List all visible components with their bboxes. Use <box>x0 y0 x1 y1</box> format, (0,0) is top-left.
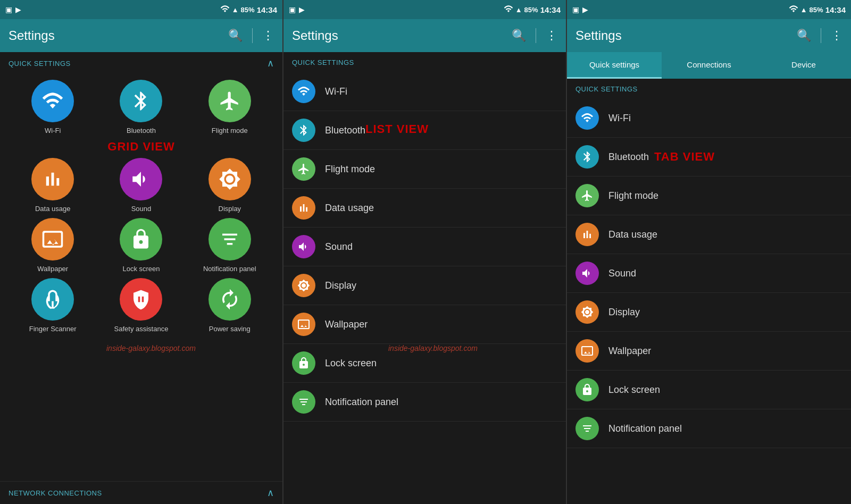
grid-item-display[interactable]: Display <box>198 158 262 213</box>
tab-wifi-text: Wi-Fi <box>608 113 631 124</box>
grid-item-lock[interactable]: Lock screen <box>109 218 173 273</box>
signal-icon-2: ▲ <box>515 6 522 14</box>
battery-text: 85% <box>241 6 255 14</box>
display-icon-circle <box>208 158 251 200</box>
tab-quick-settings[interactable]: Quick settings <box>567 52 662 79</box>
list-display-icon <box>292 274 315 297</box>
divider-3 <box>821 28 821 43</box>
status-icons-right-3: ▲ 85% 14:34 <box>789 5 846 14</box>
list-item-notification[interactable]: Notification panel <box>283 383 566 422</box>
status-icons-right: ▲ 85% 14:34 <box>220 5 277 14</box>
quick-settings-header-1: QUICK SETTINGS ∧ <box>0 52 282 74</box>
tab-connections[interactable]: Connections <box>662 52 756 79</box>
tab-connections-label: Connections <box>687 60 731 69</box>
list-item-flight[interactable]: Flight mode <box>283 150 566 189</box>
tab-wifi-icon <box>575 106 599 130</box>
tab-data-icon <box>575 223 599 246</box>
list-item-lock[interactable]: Lock screen <box>283 344 566 383</box>
list-view-label: LIST VIEW <box>365 122 429 136</box>
list-wallpaper-text: Wallpaper <box>325 319 368 330</box>
grid-item-wifi[interactable]: Wi-Fi <box>21 80 85 135</box>
tab-item-notification[interactable]: Notification panel <box>567 409 851 448</box>
list-lock-text: Lock screen <box>325 358 377 369</box>
more-icon-3[interactable]: ⋮ <box>831 29 842 43</box>
power-label: Power saving <box>209 325 251 333</box>
list-bluetooth-text: Bluetooth <box>325 125 365 136</box>
grid-row-3: Wallpaper Lock screen Notification panel <box>9 218 274 273</box>
list-item-data[interactable]: Data usage <box>283 189 566 228</box>
list-data-text: Data usage <box>325 203 374 214</box>
app-title-3: Settings <box>575 28 622 43</box>
list-item-display[interactable]: Display <box>283 266 566 305</box>
app-actions-3: 🔍 ⋮ <box>797 28 842 43</box>
divider-2 <box>536 28 536 43</box>
grid-item-finger[interactable]: Finger Scanner <box>21 278 85 333</box>
tab-item-sound[interactable]: Sound <box>567 254 851 293</box>
expand-icon-1[interactable]: ∧ <box>267 487 274 499</box>
grid-item-data[interactable]: Data usage <box>21 158 85 213</box>
divider-1 <box>252 28 253 43</box>
notification-label: Notification panel <box>203 265 256 273</box>
tab-item-wifi[interactable]: Wi-Fi <box>567 99 851 138</box>
quick-settings-label-2: QUICK SETTINGS <box>292 58 354 66</box>
bluetooth-label: Bluetooth <box>127 127 156 135</box>
list-flight-text: Flight mode <box>325 164 375 175</box>
tab-item-bluetooth[interactable]: Bluetooth TAB VIEW <box>567 138 851 177</box>
app-bar-1: Settings 🔍 ⋮ <box>0 19 282 52</box>
collapse-icon-1[interactable]: ∧ <box>267 57 274 69</box>
grid-item-wallpaper[interactable]: Wallpaper <box>21 218 85 273</box>
list-item-wifi[interactable]: Wi-Fi <box>283 72 566 111</box>
flight-label: Flight mode <box>212 127 248 135</box>
list-lock-icon <box>292 351 315 375</box>
grid-item-power[interactable]: Power saving <box>198 278 262 333</box>
list-notification-icon <box>292 390 315 414</box>
tab-item-lock[interactable]: Lock screen <box>567 371 851 409</box>
list-item-bluetooth[interactable]: Bluetooth LIST VIEW <box>283 111 566 150</box>
tab-quick-settings-label: Quick settings <box>589 60 639 69</box>
grid-item-flight[interactable]: Flight mode <box>198 80 262 135</box>
list-item-wallpaper[interactable]: Wallpaper <box>283 305 566 344</box>
quick-settings-label-3: QUICK SETTINGS <box>575 85 638 93</box>
notification-icon-circle <box>208 218 251 261</box>
play-icon: ▶ <box>15 5 21 14</box>
list-wifi-icon <box>292 80 315 103</box>
search-icon-3[interactable]: 🔍 <box>797 29 811 43</box>
grid-item-notification[interactable]: Notification panel <box>198 218 262 273</box>
play-icon-2: ▶ <box>299 5 305 14</box>
more-icon-1[interactable]: ⋮ <box>262 29 274 43</box>
search-icon-1[interactable]: 🔍 <box>228 29 243 43</box>
tab-item-display[interactable]: Display <box>567 293 851 332</box>
app-bar-2: Settings 🔍 ⋮ <box>283 19 566 52</box>
display-label: Display <box>219 205 241 213</box>
finger-label: Finger Scanner <box>29 325 77 333</box>
tab-lock-icon <box>575 378 599 401</box>
grid-item-sound[interactable]: Sound <box>109 158 173 213</box>
app-actions-1: 🔍 ⋮ <box>228 28 274 43</box>
tab-content: Wi-Fi Bluetooth TAB VIEW Flight mode Dat… <box>567 99 851 504</box>
tab-wallpaper-text: Wallpaper <box>608 346 651 357</box>
safety-label: Safety assistance <box>114 325 169 333</box>
power-icon-circle <box>208 278 251 321</box>
more-icon-2[interactable]: ⋮ <box>546 29 557 43</box>
wallpaper-label: Wallpaper <box>37 265 68 273</box>
wallpaper-icon-circle <box>31 218 74 261</box>
wifi-status-icon <box>220 5 230 14</box>
list-flight-icon <box>292 157 315 181</box>
time-display-3: 14:34 <box>825 5 846 14</box>
tab-device[interactable]: Device <box>756 52 851 79</box>
grid-item-safety[interactable]: Safety assistance <box>109 278 173 333</box>
network-label-1: NETWORK CONNECTIONS <box>9 489 102 497</box>
tab-item-flight[interactable]: Flight mode <box>567 177 851 215</box>
tab-item-wallpaper[interactable]: Wallpaper <box>567 332 851 371</box>
tab-data-text: Data usage <box>608 229 657 240</box>
app-title-2: Settings <box>292 28 338 43</box>
list-item-sound[interactable]: Sound <box>283 228 566 266</box>
search-icon-2[interactable]: 🔍 <box>512 29 526 43</box>
finger-icon-circle <box>31 278 74 321</box>
tab-item-data[interactable]: Data usage <box>567 215 851 254</box>
tab-display-icon <box>575 300 599 324</box>
list-notification-text: Notification panel <box>325 397 398 408</box>
status-bar-1: ▣ ▶ ▲ 85% 14:34 <box>0 0 282 19</box>
grid-item-bluetooth[interactable]: Bluetooth <box>109 80 173 135</box>
grid-view-label: GRID VIEW <box>9 140 274 154</box>
